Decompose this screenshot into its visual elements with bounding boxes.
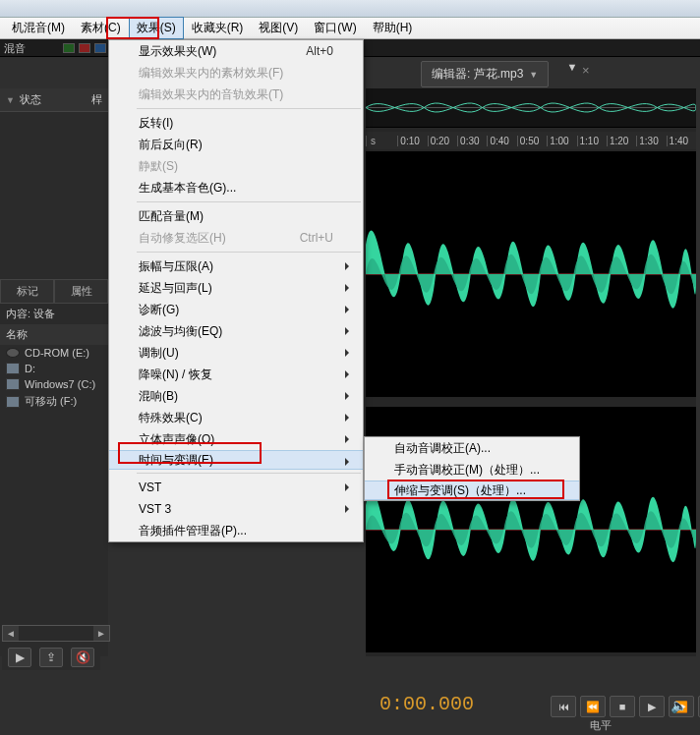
tab-properties[interactable]: 属性: [54, 279, 108, 304]
ruler-tick: 1:10: [577, 136, 607, 146]
device-item[interactable]: CD-ROM (E:): [0, 345, 108, 361]
menu-item[interactable]: VST: [109, 477, 363, 498]
submenu-item-label: 手动音调校正(M)（处理）...: [394, 462, 540, 479]
horizontal-scrollbar[interactable]: ◄ ►: [2, 625, 110, 642]
menu-item-label: 前后反向(R): [139, 137, 203, 153]
dropdown-icon[interactable]: ▼: [529, 70, 538, 80]
submenu-item[interactable]: 自动音调校正(A)...: [365, 437, 579, 459]
speaker-icon[interactable]: 🔈: [671, 698, 690, 717]
ruler-unit: s: [366, 136, 397, 146]
menu-item[interactable]: 降噪(N) / 恢复: [109, 364, 363, 385]
time-ruler[interactable]: s 0:10 0:20 0:30 0:40 0:50 1:00 1:10 1:2…: [366, 132, 696, 149]
menu-item[interactable]: 特殊效果(C): [109, 407, 363, 428]
menu-item-label: 生成基本音色(G)...: [139, 180, 236, 197]
level-label: 电平: [590, 718, 612, 733]
ruler-tick: 1:40: [667, 136, 696, 146]
editor-tab-dropdown[interactable]: ▼: [565, 61, 579, 81]
play-control-button[interactable]: ▶: [639, 696, 665, 717]
toolbar-swatch-red[interactable]: [79, 43, 90, 53]
left-panel-content-label: 内容: 设备: [0, 304, 108, 324]
menu-item[interactable]: 显示效果夹(W)Alt+0: [109, 40, 363, 62]
scroll-right-icon[interactable]: ►: [93, 626, 109, 641]
import-button[interactable]: ⇪: [39, 648, 63, 667]
menu-item[interactable]: 匹配音量(M): [109, 205, 363, 227]
ruler-tick: 0:50: [517, 136, 547, 146]
menu-item[interactable]: 立体声声像(O): [109, 428, 363, 450]
overview-waveform[interactable]: [366, 88, 696, 128]
drive-icon: [6, 396, 20, 408]
play-control-button[interactable]: ⏪: [580, 696, 606, 717]
menu-item-label: 诊断(G): [139, 302, 179, 318]
device-item[interactable]: Windows7 (C:): [0, 376, 108, 392]
menu-window[interactable]: 窗口(W): [306, 17, 364, 39]
menu-audio-mix[interactable]: 机混音(M): [4, 17, 73, 39]
menu-item-label: 降噪(N) / 恢复: [139, 367, 212, 383]
menu-item-label: 显示效果夹(W): [139, 43, 216, 60]
menu-item[interactable]: 延迟与回声(L): [109, 277, 363, 299]
menu-item-label: 延迟与回声(L): [139, 280, 212, 297]
menu-item-label: 音频插件管理器(P)...: [139, 523, 247, 539]
menu-item: 自动修复选区(H)Ctrl+U: [109, 227, 363, 249]
timecode-display: 0:00.000: [379, 693, 474, 715]
menu-item[interactable]: 振幅与压限(A): [109, 255, 363, 277]
menu-item[interactable]: 诊断(G): [109, 299, 363, 320]
menu-item-label: 自动修复选区(H): [139, 230, 226, 247]
menu-item[interactable]: 滤波与均衡(EQ): [109, 320, 363, 342]
menu-item[interactable]: 生成基本音色(G)...: [109, 177, 363, 198]
menu-item-label: 反转(I): [139, 115, 173, 132]
toolbar-swatch-blue[interactable]: [94, 43, 106, 53]
device-item[interactable]: D:: [0, 361, 108, 376]
menu-help[interactable]: 帮助(H): [365, 17, 421, 39]
device-label: Windows7 (C:): [25, 378, 95, 390]
ruler-tick: 1:00: [547, 136, 576, 146]
menu-item-label: 编辑效果夹内的素材效果(F): [139, 65, 283, 82]
audio-editor: s 0:10 0:20 0:30 0:40 0:50 1:00 1:10 1:2…: [366, 88, 696, 656]
ruler-tick: 0:10: [397, 136, 427, 146]
left-panel-status-row: ▼ 状态 桿: [0, 88, 108, 112]
mute-button[interactable]: 🔇: [71, 648, 94, 667]
submenu-item[interactable]: 伸缩与变调(S)（处理）...: [365, 481, 579, 500]
menu-item[interactable]: 前后反向(R): [109, 134, 363, 155]
menu-item-shortcut: Alt+0: [306, 44, 333, 58]
device-label: CD-ROM (E:): [25, 347, 89, 359]
menu-item[interactable]: 反转(I): [109, 112, 363, 134]
menu-item[interactable]: 混响(B): [109, 385, 363, 407]
transport-panel: ▶ ⇪ 🔇: [2, 645, 100, 670]
play-control-button[interactable]: ■: [610, 696, 635, 717]
chevron-down-icon[interactable]: ▼: [6, 95, 15, 105]
play-control-button[interactable]: ⏮: [551, 696, 576, 717]
menu-item-label: 立体声声像(O): [139, 431, 214, 448]
menu-item-label: 滤波与均衡(EQ): [139, 323, 222, 340]
menu-item[interactable]: 时间与变调(E): [109, 450, 363, 470]
menu-effects[interactable]: 效果(S): [129, 17, 184, 39]
menu-view[interactable]: 视图(V): [251, 17, 306, 39]
toolbar-swatch-green[interactable]: [63, 43, 75, 53]
menu-favorites[interactable]: 收藏夹(R): [184, 17, 252, 39]
menu-item[interactable]: 调制(U): [109, 342, 363, 364]
menu-clip[interactable]: 素材(C): [73, 17, 129, 39]
menubar: 机混音(M) 素材(C) 效果(S) 收藏夹(R) 视图(V) 窗口(W) 帮助…: [0, 18, 700, 39]
tab-markers[interactable]: 标记: [0, 279, 54, 304]
menu-item[interactable]: 音频插件管理器(P)...: [109, 520, 363, 541]
submenu-item-label: 伸缩与变调(S)（处理）...: [394, 482, 526, 499]
scroll-track[interactable]: [19, 626, 93, 641]
editor-tab-close[interactable]: ×: [582, 63, 590, 78]
editor-tab[interactable]: 编辑器: 芦花.mp3 ▼: [421, 61, 549, 87]
ruler-tick: 1:20: [607, 136, 636, 146]
submenu-item-label: 自动音调校正(A)...: [394, 440, 491, 457]
ruler-tick: 0:30: [457, 136, 487, 146]
device-item[interactable]: 可移动 (F:): [0, 392, 108, 411]
left-panel-name-header: 名称: [0, 324, 108, 345]
scroll-left-icon[interactable]: ◄: [3, 626, 19, 641]
menu-item-label: VST: [139, 481, 161, 494]
time-pitch-submenu: 自动音调校正(A)...手动音调校正(M)（处理）...伸缩与变调(S)（处理）…: [364, 436, 580, 501]
waveform-channel-left[interactable]: [366, 151, 696, 397]
menu-item: 编辑效果夹内的素材效果(F): [109, 62, 363, 84]
play-button[interactable]: ▶: [8, 648, 31, 667]
drive-icon: [6, 363, 20, 374]
submenu-item[interactable]: 手动音调校正(M)（处理）...: [365, 459, 579, 481]
menu-item-label: 时间与变调(E): [139, 452, 213, 469]
menu-item-label: 调制(U): [139, 345, 179, 362]
menu-item[interactable]: VST 3: [109, 498, 363, 520]
toolbar-label: 混音: [4, 41, 26, 56]
